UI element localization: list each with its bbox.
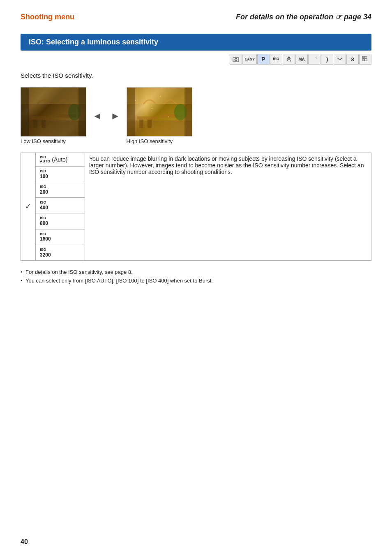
iso-100-label: ISO 100 [40, 169, 81, 179]
operation-reference: For details on the operation ☞ page 34 [236, 12, 371, 21]
easy-label: EASY [244, 57, 255, 61]
mode-icon-moon[interactable] [308, 54, 321, 65]
svg-point-5 [287, 58, 288, 60]
iso-1600-cell: ISO 1600 [36, 229, 85, 245]
note-2: You can select only from [ISO AUTO], [IS… [21, 278, 371, 284]
notes-section: For details on the ISO sensitivity, see … [21, 269, 371, 284]
svg-rect-22 [31, 116, 52, 120]
table-row-auto: ✓ ISOAUTO (Auto) You can reduce image bl… [21, 153, 371, 167]
arrow-right-icon: ► [111, 110, 120, 122]
svg-rect-2 [235, 57, 236, 58]
svg-rect-18 [21, 88, 86, 104]
mode-icon-bracket[interactable]: ) [321, 54, 333, 65]
mode-icon-8[interactable]: 8 [346, 54, 359, 65]
mode-icon-person[interactable] [283, 54, 295, 65]
iso-100-cell: ISO 100 [36, 166, 85, 182]
svg-rect-28 [127, 120, 192, 137]
eight-label: 8 [351, 56, 354, 63]
svg-point-26 [68, 104, 81, 120]
iso-options-table: ✓ ISOAUTO (Auto) You can reduce image bl… [21, 153, 371, 261]
svg-rect-37 [152, 108, 152, 109]
page-header: Shooting menu For details on the operati… [21, 12, 371, 21]
low-iso-caption: Low ISO sensitivity [21, 138, 66, 144]
iso-mode-label: ISO [273, 57, 279, 61]
checkmark-cell: ✓ [21, 153, 36, 261]
iso-auto-label: ISOAUTO (Auto) [40, 155, 81, 164]
high-iso-caption: High ISO sensitivity [127, 138, 173, 144]
iso-200-cell: ISO 200 [36, 182, 85, 197]
p-label: P [261, 56, 265, 63]
mode-icon-ma[interactable]: MA [295, 54, 308, 65]
iso-800-cell: ISO 800 [36, 213, 85, 229]
svg-rect-36 [135, 100, 136, 101]
iso-800-label: ISO 800 [40, 216, 81, 226]
svg-rect-24 [33, 120, 37, 128]
page-number: 40 [21, 538, 28, 546]
mode-icon-grid[interactable] [359, 54, 371, 65]
mode-icon-camera[interactable] [230, 54, 242, 65]
svg-rect-15 [366, 57, 366, 58]
svg-rect-25 [42, 120, 46, 128]
svg-rect-33 [139, 120, 143, 128]
mode-icon-iso[interactable]: ISO [270, 54, 282, 65]
selected-checkmark: ✓ [25, 202, 31, 211]
iso-description-cell: You can reduce image blurring in dark lo… [85, 153, 371, 261]
mode-icons-bar: EASY P ISO MA ) [21, 54, 371, 65]
svg-rect-14 [363, 57, 364, 58]
svg-rect-20 [21, 88, 29, 137]
svg-rect-38 [168, 116, 169, 117]
iso-200-label: ISO 200 [40, 185, 81, 195]
iso-1600-label: ISO 1600 [40, 232, 81, 242]
iso-3200-label: ISO 3200 [40, 248, 81, 258]
svg-point-7 [316, 57, 316, 58]
iso-description: You can reduce image blurring in dark lo… [89, 155, 364, 175]
ma-label: MA [298, 57, 305, 62]
iso-400-label: ISO 400 [40, 200, 81, 211]
svg-rect-27 [127, 88, 192, 104]
svg-rect-31 [137, 116, 158, 120]
page-ref: page 34 [344, 13, 371, 21]
low-iso-image [21, 87, 86, 137]
iso-auto-text: ISOAUTO [40, 155, 50, 164]
svg-point-35 [174, 104, 187, 120]
mode-icon-p[interactable]: P [257, 54, 270, 65]
svg-rect-34 [148, 120, 152, 128]
svg-point-8 [316, 58, 317, 58]
note-1: For details on the ISO sensitivity, see … [21, 269, 371, 275]
mode-icon-easy[interactable]: EASY [242, 54, 257, 65]
svg-rect-16 [363, 60, 364, 60]
iso-400-cell: ISO 400 [36, 198, 85, 213]
page-container: Shooting menu For details on the operati… [0, 0, 392, 558]
iso-3200-cell: ISO 3200 [36, 245, 85, 260]
section-title: Shooting menu [21, 13, 74, 21]
operation-ref-text: For details on the operation [236, 13, 333, 21]
arrow-left-icon: ◄ [92, 110, 102, 122]
svg-rect-19 [21, 120, 86, 137]
high-iso-container: High ISO sensitivity [127, 87, 192, 144]
svg-point-4 [288, 57, 290, 59]
iso-auto-label-cell: ISOAUTO (Auto) [36, 153, 85, 167]
intro-text: Selects the ISO sensitivity. [21, 72, 371, 79]
svg-point-6 [290, 58, 291, 60]
svg-rect-29 [127, 88, 135, 137]
high-iso-image [127, 87, 192, 137]
svg-point-9 [316, 57, 317, 57]
title-text: ISO: Selecting a luminous sensitivity [29, 38, 158, 46]
svg-point-3 [235, 59, 237, 60]
mode-icon-wave[interactable] [334, 54, 346, 65]
iso-auto-desc: (Auto) [52, 156, 67, 163]
bracket-label: ) [326, 56, 328, 63]
svg-rect-17 [366, 60, 366, 60]
section-title-box: ISO: Selecting a luminous sensitivity [21, 34, 371, 51]
images-row: Low ISO sensitivity ◄ ► [21, 87, 371, 144]
low-iso-container: Low ISO sensitivity [21, 87, 86, 144]
svg-rect-39 [160, 96, 161, 97]
